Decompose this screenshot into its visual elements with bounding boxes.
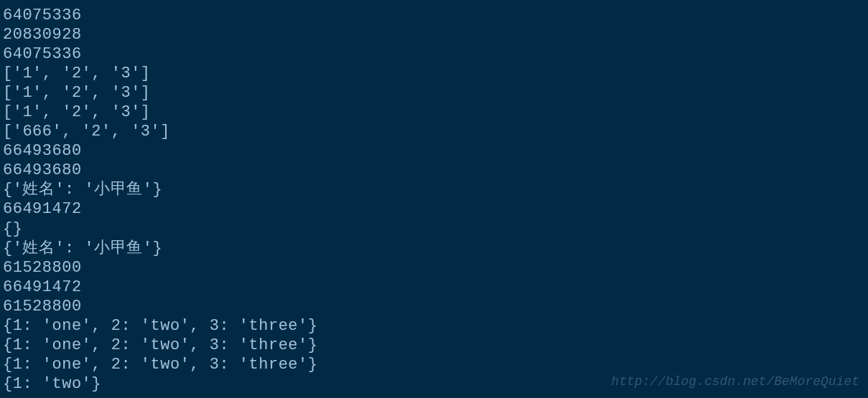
output-line: ['1', '2', '3'] [3,83,865,103]
output-line: 66493680 [3,161,865,180]
watermark-text: http://blog.csdn.net/BeMoreQuiet [611,374,859,389]
output-line: ['1', '2', '3'] [3,64,865,83]
output-line: {'姓名': '小甲鱼'} [3,239,865,258]
output-line: {1: 'one', 2: 'two', 3: 'three'} [3,316,865,336]
output-line: 64075336 [3,44,865,64]
output-line: 66493680 [3,141,865,161]
output-line: 61528800 [3,297,865,316]
output-line: {1: 'one', 2: 'two', 3: 'three'} [3,355,865,374]
output-line: ['666', '2', '3'] [3,122,865,141]
output-line: {} [3,219,865,239]
console-output: 64075336 20830928 64075336 ['1', '2', '3… [3,6,865,394]
output-line: 61528800 [3,258,865,278]
output-line: 66491472 [3,199,865,219]
output-line: 66491472 [3,278,865,297]
output-line: 64075336 [3,6,865,25]
output-line: {'姓名': '小甲鱼'} [3,180,865,199]
output-line: {1: 'one', 2: 'two', 3: 'three'} [3,336,865,355]
output-line: ['1', '2', '3'] [3,103,865,122]
output-line: 20830928 [3,25,865,44]
